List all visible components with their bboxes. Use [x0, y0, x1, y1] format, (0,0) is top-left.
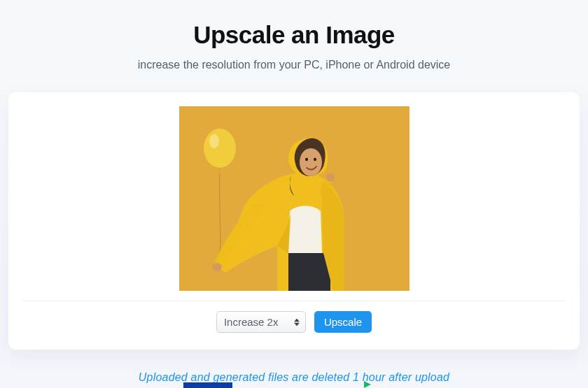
image-preview[interactable] [179, 106, 410, 291]
scale-select[interactable]: Increase 2xIncrease 4xIncrease 8x [216, 311, 306, 333]
svg-point-6 [300, 148, 322, 176]
page-subtitle: increase the resolution from your PC, iP… [0, 59, 588, 71]
ad-banner-stub [183, 382, 232, 388]
upscale-card: Increase 2xIncrease 4xIncrease 8x Upscal… [8, 92, 580, 350]
svg-rect-5 [288, 253, 330, 291]
page-title: Upscale an Image [0, 21, 588, 49]
svg-point-4 [326, 173, 335, 182]
svg-point-7 [305, 158, 308, 161]
svg-point-8 [314, 158, 316, 161]
retention-note: Uploaded and generated files are deleted… [0, 371, 588, 384]
ad-play-icon [364, 381, 371, 388]
svg-point-2 [209, 134, 219, 148]
upscale-button[interactable]: Upscale [314, 311, 372, 333]
svg-point-3 [212, 263, 222, 271]
svg-point-1 [204, 129, 236, 168]
